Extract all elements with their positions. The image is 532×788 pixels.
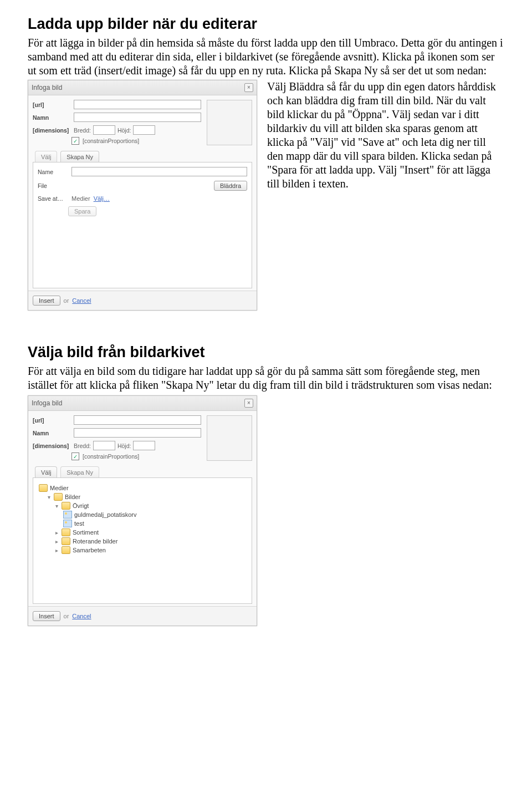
upload-file-label: File	[38, 182, 68, 189]
expand-icon[interactable]: ▸	[54, 538, 59, 545]
or-label: or	[64, 613, 69, 619]
insert-image-dialog-upload: Infoga bild × [url] Namn	[28, 80, 257, 311]
folder-icon	[62, 537, 70, 545]
name-input[interactable]	[74, 113, 201, 122]
select-panel: Medier ▾ Bilder ▾ Övrigt guldmedalj	[33, 478, 252, 604]
tree-label: Roterande bilder	[73, 538, 117, 545]
name-label: Namn	[33, 430, 71, 436]
name-input[interactable]	[74, 428, 201, 438]
intro-paragraph-2: För att välja en bild som du tidigare ha…	[28, 364, 504, 392]
width-input[interactable]	[93, 125, 115, 135]
tree-node-medier[interactable]: Medier	[39, 484, 246, 492]
dialog-title: Infoga bild	[32, 84, 62, 91]
folder-icon	[62, 528, 70, 536]
url-input[interactable]	[74, 415, 201, 425]
height-sublabel: Höjd:	[117, 443, 131, 449]
upload-name-label: Name	[38, 169, 68, 175]
folder-icon	[62, 502, 70, 510]
collapse-icon[interactable]: ▾	[47, 494, 52, 500]
insert-button[interactable]: Insert	[33, 296, 60, 306]
insert-button[interactable]: Insert	[33, 611, 60, 621]
heading-upload-images: Ladda upp bilder när du editerar	[28, 16, 504, 33]
upload-name-input[interactable]	[71, 167, 247, 176]
create-new-panel: Name File Bläddra Save at… Medier Välj…	[33, 162, 252, 288]
dimensions-label: [dimensions]	[33, 127, 71, 134]
height-input[interactable]	[133, 441, 155, 450]
tree-node-image-2[interactable]: test	[39, 519, 246, 528]
expand-icon[interactable]: ▸	[54, 530, 59, 536]
constrain-checkbox[interactable]: ✓	[71, 137, 79, 145]
tree-node-bilder[interactable]: ▾ Bilder	[39, 492, 246, 501]
tree-label: Bilder	[65, 494, 80, 500]
image-icon	[63, 511, 72, 518]
tree-label: test	[74, 520, 84, 527]
saveat-choose-link[interactable]: Välj…	[94, 195, 110, 202]
intro-paragraph-1: För att lägga in bilder på din hemsida s…	[28, 36, 504, 78]
tab-select[interactable]: Välj	[35, 466, 57, 477]
image-icon	[63, 520, 72, 527]
tree-node-sortiment[interactable]: ▸ Sortiment	[39, 528, 246, 537]
insert-image-dialog-select: Infoga bild × [url] Namn [dimensions] B	[28, 395, 257, 626]
tree-node-ovrigt[interactable]: ▾ Övrigt	[39, 501, 246, 510]
url-label: [url]	[33, 101, 71, 108]
folder-icon	[54, 493, 63, 501]
width-sublabel: Bredd:	[74, 443, 91, 449]
tree-label: Övrigt	[73, 502, 89, 509]
tab-create-new[interactable]: Skapa Ny	[60, 466, 99, 477]
image-thumbnail-placeholder	[207, 415, 252, 461]
constrain-checkbox[interactable]: ✓	[71, 453, 79, 460]
saveat-label: Save at…	[38, 195, 68, 202]
browse-button[interactable]: Bläddra	[214, 181, 247, 191]
tree-label: Medier	[50, 485, 69, 491]
width-input[interactable]	[93, 441, 115, 450]
url-input[interactable]	[74, 100, 201, 109]
tree-node-roterande[interactable]: ▸ Roterande bilder	[39, 537, 246, 546]
constrain-label: [constrainProportions]	[83, 138, 139, 144]
instruction-paragraph: Välj Bläddra så får du upp din egen dato…	[267, 80, 504, 191]
close-icon[interactable]: ×	[244, 83, 253, 92]
cancel-link[interactable]: Cancel	[72, 613, 91, 619]
saveat-medier: Medier	[71, 195, 90, 202]
constrain-label: [constrainProportions]	[83, 453, 139, 460]
height-input[interactable]	[133, 125, 155, 135]
width-sublabel: Bredd:	[74, 127, 91, 134]
image-thumbnail-placeholder	[207, 100, 252, 145]
expand-icon[interactable]: ▸	[54, 547, 59, 553]
tree-label: Sortiment	[73, 529, 99, 536]
tab-create-new[interactable]: Skapa Ny	[60, 151, 99, 162]
tab-select[interactable]: Välj	[35, 151, 57, 162]
close-icon[interactable]: ×	[244, 399, 253, 408]
heading-select-from-archive: Välja bild från bildarkivet	[28, 344, 504, 361]
folder-icon	[39, 484, 48, 492]
tree-node-image-1[interactable]: guldmedalj_potatiskorv	[39, 510, 246, 519]
tree-node-samarbeten[interactable]: ▸ Samarbeten	[39, 546, 246, 555]
media-tree: Medier ▾ Bilder ▾ Övrigt guldmedalj	[38, 482, 247, 556]
dialog-title: Infoga bild	[32, 399, 62, 407]
tree-label: guldmedalj_potatiskorv	[74, 511, 137, 518]
name-label: Namn	[33, 114, 71, 121]
tree-label: Samarbeten	[73, 547, 106, 553]
or-label: or	[64, 297, 69, 304]
collapse-icon[interactable]: ▾	[54, 503, 59, 509]
cancel-link[interactable]: Cancel	[72, 297, 91, 304]
url-label: [url]	[33, 417, 71, 424]
folder-icon	[62, 546, 70, 554]
save-button[interactable]: Spara	[68, 206, 96, 216]
height-sublabel: Höjd:	[117, 127, 131, 134]
dimensions-label: [dimensions]	[33, 443, 71, 449]
